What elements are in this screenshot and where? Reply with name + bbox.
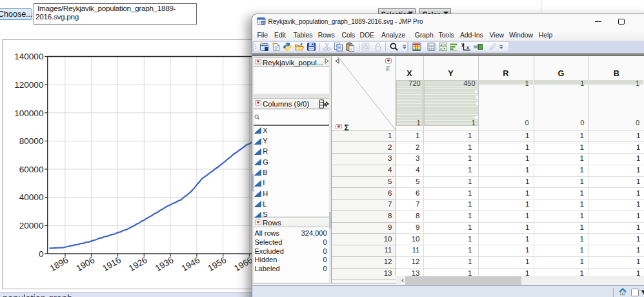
svg-text:80000: 80000 <box>19 136 44 146</box>
svg-text:1896: 1896 <box>48 255 70 273</box>
svg-text:1936: 1936 <box>154 255 176 273</box>
svg-text:1956: 1956 <box>206 255 228 273</box>
svg-text:1916: 1916 <box>101 255 123 273</box>
svg-text:40000: 40000 <box>19 192 44 202</box>
svg-text:120000: 120000 <box>14 80 44 90</box>
svg-text:1906: 1906 <box>75 255 97 273</box>
svg-text:60000: 60000 <box>19 165 44 174</box>
svg-text:140000: 140000 <box>14 52 44 61</box>
svg-text:y: y <box>461 42 464 47</box>
svg-text:1926: 1926 <box>127 255 149 273</box>
svg-text:20000: 20000 <box>19 221 44 230</box>
svg-text:x: x <box>467 45 469 50</box>
svg-text:100000: 100000 <box>14 108 44 118</box>
svg-text:1966: 1966 <box>232 255 254 273</box>
svg-text:1946: 1946 <box>180 255 202 273</box>
svg-text:0: 0 <box>39 249 44 259</box>
